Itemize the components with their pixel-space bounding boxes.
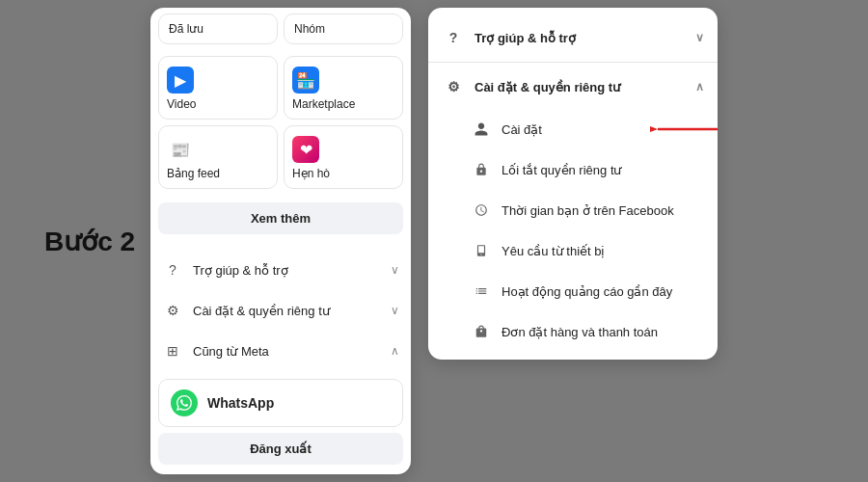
- grid-section: ▶ Video 🏪 Marketplace 📰 Bảng feed ❤ Hẹn …: [150, 50, 411, 201]
- hendo-item[interactable]: ❤ Hẹn hò: [284, 125, 403, 189]
- da-luu-item[interactable]: Đã lưu: [158, 13, 278, 44]
- marketplace-icon: 🏪: [292, 67, 319, 94]
- step-label: Bước 2: [44, 226, 135, 257]
- clock-icon: [471, 200, 492, 221]
- arrow-right-indicator: [650, 115, 718, 144]
- yeucau-subitem[interactable]: Yêu cầu từ thiết bị: [428, 230, 718, 271]
- video-icon: ▶: [167, 67, 194, 94]
- meta-grid-icon: ⊞: [162, 340, 183, 362]
- bangfeed-icon: 📰: [167, 136, 194, 163]
- henho-label: Hẹn hò: [292, 167, 330, 180]
- loitat-label: Lối tắt quyền riêng tư: [502, 163, 622, 177]
- gear-icon: ⚙: [162, 300, 183, 321]
- marketplace-item[interactable]: 🏪 Marketplace: [284, 56, 403, 120]
- tro-giup-menu-item[interactable]: ? Trợ giúp & hỗ trợ ∨: [150, 250, 411, 290]
- nhom-item[interactable]: Nhóm: [284, 13, 403, 44]
- yeucau-label: Yêu cầu từ thiết bị: [502, 244, 606, 258]
- caidat-subitem[interactable]: Cài đặt: [428, 109, 718, 149]
- left-panel: Đã lưu Nhóm ▶ Video 🏪 Marketplace 📰 Bảng: [150, 8, 411, 474]
- bag-icon: [471, 321, 492, 342]
- bangfeed-label: Bảng feed: [167, 167, 220, 180]
- chevron-down-icon: ∨: [391, 263, 399, 277]
- video-label: Video: [167, 97, 196, 111]
- thoigian-label: Thời gian bạn ở trên Facebook: [502, 203, 674, 218]
- partial-row: Đã lưu Nhóm: [158, 13, 403, 44]
- caidat-subitem-label: Cài đặt: [502, 122, 542, 137]
- chevron-up-icon: ∧: [391, 344, 399, 358]
- question-icon: ?: [162, 259, 183, 281]
- dondat-label: Đơn đặt hàng và thanh toán: [502, 325, 658, 339]
- dangxuat-button[interactable]: Đăng xuất: [158, 433, 403, 465]
- marketplace-label: Marketplace: [292, 97, 355, 111]
- chart-icon: [471, 281, 492, 302]
- grid-row-2: 📰 Bảng feed ❤ Hẹn hò: [158, 125, 403, 189]
- caidat-menu-item[interactable]: ⚙ Cài đặt & quyền riêng tư ∨: [150, 290, 411, 331]
- question-circle-icon: ?: [442, 26, 465, 49]
- lock-icon: [471, 159, 492, 180]
- video-item[interactable]: ▶ Video: [158, 56, 278, 120]
- caidat-section[interactable]: ⚙ Cài đặt & quyền riêng tư ∧: [428, 65, 718, 109]
- tro-giup-right-label: Trợ giúp & hỗ trợ: [475, 31, 686, 45]
- henho-icon: ❤: [292, 136, 319, 163]
- phone-icon: [471, 240, 492, 261]
- user-icon: [471, 119, 492, 140]
- cung-tu-meta-label: Cũng từ Meta: [193, 344, 381, 359]
- menu-list: ? Trợ giúp & hỗ trợ ∨ ⚙ Cài đặt & quyền …: [150, 246, 411, 375]
- tro-giup-section[interactable]: ? Trợ giúp & hỗ trợ ∨: [428, 15, 718, 60]
- hoatdong-subitem[interactable]: Hoạt động quảng cáo gần đây: [428, 271, 718, 311]
- thoigian-subitem[interactable]: Thời gian bạn ở trên Facebook: [428, 190, 718, 230]
- divider-1: [428, 62, 718, 63]
- caidat-label: Cài đặt & quyền riêng tư: [193, 304, 381, 318]
- caidat-right-label: Cài đặt & quyền riêng tư: [475, 80, 686, 94]
- chevron-down2-icon: ∨: [391, 304, 399, 317]
- chevron-down3-icon: ∨: [695, 31, 704, 44]
- xemthem-container: Xem thêm: [150, 201, 411, 246]
- tro-giup-label: Trợ giúp & hỗ trợ: [193, 263, 381, 278]
- whatsapp-item[interactable]: WhatsApp: [158, 379, 403, 427]
- xemthem-button[interactable]: Xem thêm: [158, 202, 403, 234]
- gear2-icon: ⚙: [442, 75, 465, 98]
- right-panel: ? Trợ giúp & hỗ trợ ∨ ⚙ Cài đặt & quyền …: [428, 8, 718, 360]
- whatsapp-label: WhatsApp: [207, 395, 274, 411]
- whatsapp-icon: [171, 389, 198, 416]
- hoatdong-label: Hoạt động quảng cáo gần đây: [502, 284, 672, 299]
- grid-row-1: ▶ Video 🏪 Marketplace: [158, 56, 403, 120]
- loitat-subitem[interactable]: Lối tắt quyền riêng tư: [428, 149, 718, 190]
- cung-tu-meta-item[interactable]: ⊞ Cũng từ Meta ∧: [150, 331, 411, 371]
- dondat-subitem[interactable]: Đơn đặt hàng và thanh toán: [428, 311, 718, 352]
- top-partial-row: Đã lưu Nhóm: [150, 8, 411, 44]
- bangfeed-item[interactable]: 📰 Bảng feed: [158, 125, 278, 189]
- chevron-up2-icon: ∧: [695, 80, 704, 94]
